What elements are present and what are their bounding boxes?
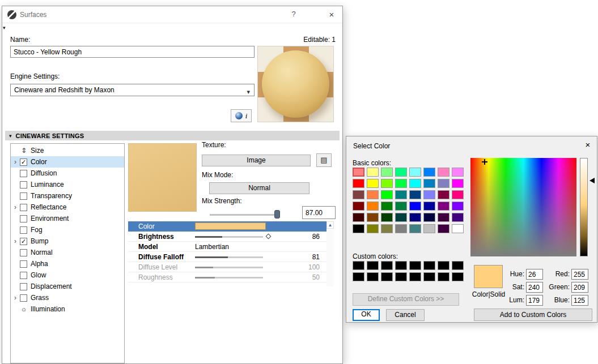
channel-item-diffusion[interactable]: Diffusion — [11, 168, 124, 179]
surfaces-titlebar[interactable]: Surfaces ? × — [2, 6, 342, 23]
basic-color-swatch[interactable] — [423, 190, 435, 199]
cineware-settings-header[interactable]: ▾ CINEWARE SETTINGS — [5, 131, 340, 140]
channel-item-environment[interactable]: Environment — [11, 213, 124, 224]
channel-item-bump[interactable]: ›✓Bump — [11, 235, 124, 247]
property-row-color[interactable]: Color — [128, 221, 326, 232]
basic-color-swatch[interactable] — [452, 224, 464, 233]
mix-strength-slider-track[interactable] — [210, 214, 276, 216]
color-swatch[interactable] — [195, 222, 266, 230]
basic-color-swatch[interactable] — [452, 202, 464, 211]
expand-arrow-icon[interactable]: › — [11, 159, 20, 165]
basic-color-swatch[interactable] — [381, 213, 393, 222]
custom-color-swatch[interactable] — [367, 272, 379, 281]
mix-strength-value-input[interactable] — [302, 206, 336, 219]
basic-color-swatch[interactable] — [438, 179, 449, 188]
red-input[interactable] — [571, 269, 588, 280]
cancel-button[interactable]: Cancel — [386, 309, 425, 321]
channel-checkbox-environment[interactable] — [20, 215, 27, 222]
channel-item-glow[interactable]: Glow — [11, 269, 124, 281]
channel-item-grass[interactable]: ›Grass — [11, 292, 124, 303]
channel-item-color[interactable]: ›✓Color — [11, 156, 124, 168]
basic-color-swatch[interactable] — [395, 224, 407, 233]
scroll-up-arrow-icon[interactable]: ▲ — [326, 221, 334, 229]
basic-color-swatch[interactable] — [438, 213, 449, 222]
basic-color-swatch[interactable] — [438, 190, 449, 199]
basic-color-swatch[interactable] — [452, 168, 464, 177]
channel-checkbox-alpha[interactable] — [20, 260, 27, 268]
channel-checkbox-displacement[interactable] — [20, 283, 27, 290]
slider-track[interactable] — [195, 277, 263, 279]
channel-item-normal[interactable]: Normal — [11, 247, 124, 258]
basic-color-swatch[interactable] — [423, 213, 435, 222]
custom-color-swatch[interactable] — [381, 261, 393, 270]
basic-color-swatch[interactable] — [409, 179, 421, 188]
basic-color-swatch[interactable] — [381, 168, 393, 177]
custom-color-swatch[interactable] — [353, 272, 364, 281]
help-button[interactable]: ? — [287, 10, 300, 21]
basic-color-swatch[interactable] — [367, 224, 379, 233]
surface-name-input[interactable] — [10, 46, 255, 58]
basic-color-swatch[interactable] — [395, 168, 407, 177]
property-row-model[interactable]: ModelLambertian — [128, 242, 326, 252]
slider-track[interactable] — [195, 267, 263, 268]
channel-checkbox-glow[interactable] — [20, 272, 27, 279]
channel-checkbox-grass[interactable] — [20, 294, 27, 302]
property-row-brightness[interactable]: Brightness86 — [128, 232, 326, 242]
channel-checkbox-color[interactable]: ✓ — [20, 159, 27, 166]
custom-color-swatch[interactable] — [452, 261, 464, 270]
basic-color-swatch[interactable] — [409, 202, 421, 211]
slider-track[interactable] — [195, 256, 263, 258]
properties-scrollbar[interactable]: ▲ — [326, 221, 334, 286]
hue-input[interactable] — [526, 269, 543, 280]
channel-checkbox-bump[interactable]: ✓ — [20, 238, 27, 245]
custom-color-swatch[interactable] — [409, 261, 421, 270]
slider-diamond-handle[interactable] — [266, 234, 272, 239]
property-row-diffuse-falloff[interactable]: Diffuse Falloff81 — [128, 252, 326, 262]
channel-checkbox-luminance[interactable] — [20, 181, 27, 189]
channel-item-luminance[interactable]: Luminance — [11, 179, 124, 190]
basic-color-swatch[interactable] — [452, 179, 464, 188]
basic-color-swatch[interactable] — [367, 179, 379, 188]
basic-color-swatch[interactable] — [438, 168, 449, 177]
basic-color-swatch[interactable] — [395, 202, 407, 211]
basic-color-swatch[interactable] — [438, 202, 449, 211]
basic-color-swatch[interactable] — [423, 202, 435, 211]
custom-color-swatch[interactable] — [395, 261, 407, 270]
lum-input[interactable] — [526, 295, 543, 306]
custom-color-swatch[interactable] — [381, 272, 393, 281]
luminance-bar[interactable] — [580, 158, 588, 256]
basic-color-swatch[interactable] — [367, 168, 379, 177]
slider-track[interactable] — [195, 236, 263, 238]
basic-color-swatch[interactable] — [423, 224, 435, 233]
basic-color-swatch[interactable] — [353, 179, 364, 188]
channel-item-transparency[interactable]: Transparency — [11, 190, 124, 202]
basic-color-swatch[interactable] — [353, 202, 364, 211]
basic-color-swatch[interactable] — [367, 202, 379, 211]
channel-checkbox-fog[interactable] — [20, 226, 27, 234]
custom-color-swatch[interactable] — [438, 272, 449, 281]
mix-strength-slider-handle[interactable] — [274, 210, 280, 219]
basic-color-swatch[interactable] — [395, 190, 407, 199]
custom-color-swatch[interactable] — [353, 261, 364, 270]
basic-color-swatch[interactable] — [381, 179, 393, 188]
channel-item-size[interactable]: ⇕Size — [11, 145, 124, 156]
luminance-slider-arrow[interactable] — [589, 178, 595, 183]
close-button[interactable]: × — [324, 8, 339, 21]
basic-color-swatch[interactable] — [438, 224, 449, 233]
channel-checkbox-transparency[interactable] — [20, 192, 27, 200]
channel-item-fog[interactable]: Fog — [11, 224, 124, 235]
channel-item-displacement[interactable]: Displacement — [11, 281, 124, 292]
custom-color-swatch[interactable] — [452, 272, 464, 281]
basic-color-swatch[interactable] — [409, 190, 421, 199]
mix-mode-button[interactable]: Normal — [209, 182, 309, 194]
basic-color-swatch[interactable] — [353, 168, 364, 177]
custom-color-swatch[interactable] — [409, 272, 421, 281]
expand-arrow-icon[interactable]: › — [11, 204, 20, 211]
green-input[interactable] — [571, 282, 588, 293]
cinema4d-button[interactable]: i — [231, 109, 252, 122]
sat-input[interactable] — [526, 282, 543, 293]
basic-color-swatch[interactable] — [381, 202, 393, 211]
basic-color-swatch[interactable] — [423, 179, 435, 188]
basic-color-swatch[interactable] — [452, 213, 464, 222]
basic-color-swatch[interactable] — [395, 179, 407, 188]
